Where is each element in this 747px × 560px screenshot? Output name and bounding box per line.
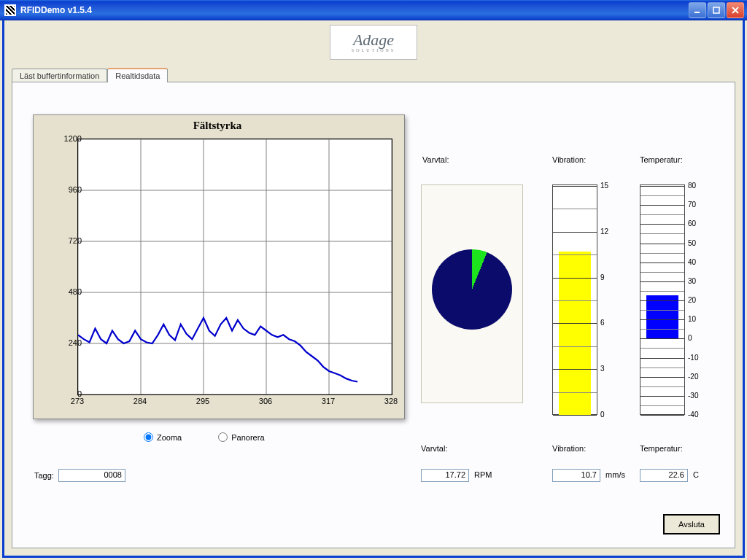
chart-xtick: 328 [384,397,398,405]
tagg-readout: 0008 [58,469,125,482]
tagg-label: Tagg: [34,471,54,480]
chart-title: Fältstyrka [38,120,397,132]
exit-button[interactable]: Avsluta [663,514,720,534]
varvtal-unit: RPM [474,470,492,479]
temperatur-label: Temperatur: [640,155,683,164]
chart-ytick: 240 [53,338,82,347]
pan-radio-text: Panorera [231,433,264,442]
gauge-tick-label: 30 [688,276,696,284]
chart-ytick: 720 [53,236,82,245]
svg-rect-1 [713,7,719,13]
logo-brand: Adage [353,32,394,48]
vibration-readout: 10.7 [552,469,600,482]
gauge-tick-label: 10 [688,315,696,323]
gauge-tick-label: 80 [688,182,696,190]
vibration-label: Vibration: [552,155,586,164]
gauge-tick-label: -10 [688,353,698,361]
gauge-tick-label: 9 [600,273,605,281]
varvtal-readout: 17.72 [421,469,469,482]
pan-radio-label[interactable]: Panorera [218,432,264,442]
vibration-gauge: 03691215 [552,184,625,418]
chart-ytick: 960 [53,185,82,194]
chart-plot-area[interactable] [77,139,392,395]
varvtal-pie [432,249,512,330]
vibration-bar-fill [559,252,591,415]
window-title: RFIDDemo v1.5.4 [20,5,689,15]
chart-mode-radios: Zooma Panorera [144,432,265,442]
chart-xtick: 284 [133,397,147,405]
chart-xtick: 273 [71,397,84,405]
gauge-tick-label: -40 [688,411,698,419]
gauge-tick-label: 6 [600,319,605,327]
logo-subtitle: SOLUTIONS [352,48,395,52]
gauge-tick-label: 40 [688,257,696,265]
gauge-tick-label: 0 [600,411,605,419]
varvtal-gauge [421,184,523,403]
varvtal-readout-label: Varvtal: [421,444,508,453]
close-button[interactable] [727,2,744,18]
zoom-radio-label[interactable]: Zooma [144,432,182,442]
gauge-tick-label: 12 [600,227,608,235]
window-titlebar: RFIDDemo v1.5.4 [0,0,747,20]
tabstrip: Läst buffertinformation Realtidsdata [12,66,735,82]
gauge-tick-label: 0 [688,334,692,342]
field-strength-chart[interactable]: Fältstyrka 02404807209601200273284295306… [33,114,405,419]
gauge-tick-label: -30 [688,391,698,399]
gauge-tick-label: -20 [688,372,698,380]
chart-ytick: 480 [53,287,82,296]
minimize-button[interactable] [689,2,706,18]
gauge-tick-label: 15 [600,182,608,190]
gauge-tick-label: 3 [600,365,605,373]
gauge-tick-label: 50 [688,238,696,246]
tab-realtime-data[interactable]: Realtidsdata [107,68,168,82]
temperatur-gauge: -40-30-20-1001020304050607080 [640,184,713,418]
varvtal-label: Varvtal: [422,155,449,164]
logo: Adage SOLUTIONS [330,25,417,60]
temperatur-readout: 22.6 [640,469,688,482]
tab-buffer-info[interactable]: Läst buffertinformation [12,69,107,82]
chart-xtick: 295 [196,397,209,405]
chart-xtick: 317 [322,397,335,405]
tab-panel-realtime: Fältstyrka 02404807209601200273284295306… [12,82,735,548]
maximize-button[interactable] [708,2,725,18]
chart-xtick: 306 [259,397,272,405]
temperatur-readout-label: Temperatur: [640,444,727,453]
app-icon [4,4,16,16]
gauge-tick-label: 20 [688,296,696,304]
temperatur-unit: C [693,470,699,479]
temperatur-bar-fill [646,295,678,338]
gauge-tick-label: 60 [688,219,696,228]
svg-rect-0 [694,12,700,13]
zoom-radio-text: Zooma [157,433,182,442]
pan-radio[interactable] [218,432,228,442]
vibration-readout-label: Vibration: [552,444,640,453]
gauge-tick-label: 70 [688,201,696,209]
zoom-radio[interactable] [144,432,153,442]
vibration-unit: mm/s [605,470,625,479]
chart-ytick: 1200 [53,134,82,143]
